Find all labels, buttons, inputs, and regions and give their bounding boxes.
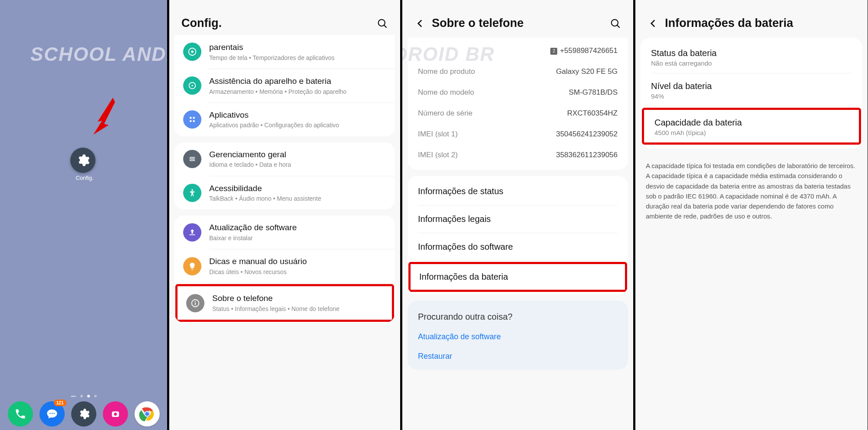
settings-item-software-update[interactable]: Atualização de softwareBaixar e instalar xyxy=(174,215,395,249)
item-title: Atualização de software xyxy=(209,222,386,233)
search-icon[interactable] xyxy=(377,18,388,29)
settings-app-icon[interactable] xyxy=(70,148,95,173)
item-sub: Baixar e instalar xyxy=(209,234,386,242)
parental-icon xyxy=(183,43,201,61)
about-phone-screen: SCHOOL ANDROID BR Sobre o telefone 2+559… xyxy=(402,0,635,430)
info-label: Nome do modelo xyxy=(418,88,474,97)
svg-point-1 xyxy=(51,413,53,414)
item-title: Sobre o telefone xyxy=(212,293,383,304)
settings-item-apps[interactable]: AplicativosAplicativos padrão • Configur… xyxy=(174,103,395,136)
settings-item-device-care[interactable]: Assistência do aparelho e bateriaArmazen… xyxy=(174,69,395,103)
svg-point-9 xyxy=(378,19,385,26)
item-sub: 94% xyxy=(651,93,852,100)
battery-header: Informações da bateria xyxy=(635,0,868,38)
software-info-row[interactable]: Informações do software xyxy=(408,233,628,261)
info-row[interactable]: IMEI (slot 2)358362611239056 xyxy=(408,145,628,165)
battery-status-row[interactable]: Status da bateria Não está carregando xyxy=(641,40,862,73)
page-title: Sobre o telefone xyxy=(432,17,610,30)
chrome-app[interactable] xyxy=(135,401,160,427)
settings-item-parental[interactable]: parentaisTempo de tela • Temporizadores … xyxy=(174,35,395,69)
info-value: 350456241239052 xyxy=(556,130,618,139)
svg-rect-23 xyxy=(190,234,195,235)
page-indicator[interactable] xyxy=(0,395,167,397)
svg-point-17 xyxy=(190,120,192,122)
messages-app[interactable]: 121 xyxy=(39,401,65,427)
item-title: Acessibilidade xyxy=(209,183,386,194)
search-icon[interactable] xyxy=(610,18,621,29)
battery-description: A capacidade típica foi testada em condi… xyxy=(635,155,868,228)
item-title: Gerenciamento geral xyxy=(209,149,386,160)
item-title: Capacidade da bateria xyxy=(654,118,848,128)
svg-rect-21 xyxy=(190,160,195,161)
settings-item-accessibility[interactable]: AcessibilidadeTalkBack • Áudio mono • Me… xyxy=(174,176,395,210)
settings-dock-app[interactable] xyxy=(71,401,96,427)
svg-rect-19 xyxy=(190,157,195,158)
item-sub: Não está carregando xyxy=(651,60,852,67)
info-row[interactable]: Nome do modeloSM-G781B/DS xyxy=(408,82,628,103)
svg-point-2 xyxy=(53,413,55,414)
item-title: Dicas e manual do usuário xyxy=(209,256,386,267)
looking-for-heading: Procurando outra coisa? xyxy=(408,301,628,327)
item-sub: 4500 mAh (típica) xyxy=(654,129,848,136)
item-title: Nível da bateria xyxy=(651,81,852,91)
info-value: 358362611239056 xyxy=(556,151,618,159)
item-title: Assistência do aparelho e bateria xyxy=(209,76,386,87)
battery-info-row[interactable]: Informações da bateria xyxy=(408,262,627,292)
item-sub: Status • Informações legais • Nome do te… xyxy=(212,305,383,313)
settings-app-label: Config. xyxy=(0,175,169,181)
info-value: SM-G781B/DS xyxy=(569,88,618,97)
info-row[interactable]: Nome do produtoGalaxy S20 FE 5G xyxy=(408,61,628,82)
info-row[interactable]: Número de sérieRXCT60354HZ xyxy=(408,103,628,124)
item-sub: Tempo de tela • Temporizadores de aplica… xyxy=(209,54,386,62)
item-sub: Idioma e teclado • Data e hora xyxy=(209,161,386,169)
status-info-row[interactable]: Informações de status xyxy=(408,178,628,205)
svg-point-18 xyxy=(193,120,195,122)
tips-icon xyxy=(183,257,201,275)
info-row[interactable]: IMEI (slot 1)350456241239052 xyxy=(408,124,628,145)
settings-screen: Config. parentaisTempo de tela • Tempori… xyxy=(169,0,402,430)
settings-item-about-phone[interactable]: Sobre o telefoneStatus • Informações leg… xyxy=(175,284,394,322)
item-title: Status da bateria xyxy=(651,48,852,58)
info-label: IMEI (slot 2) xyxy=(418,151,458,159)
back-icon[interactable] xyxy=(648,18,659,29)
svg-rect-25 xyxy=(195,302,196,305)
item-sub: Aplicativos padrão • Configurações do ap… xyxy=(209,121,386,129)
settings-item-tips[interactable]: Dicas e manual do usuárioDicas úteis • N… xyxy=(174,249,395,283)
back-icon[interactable] xyxy=(414,18,426,29)
item-sub: Armazenamento • Memória • Proteção do ap… xyxy=(209,88,386,96)
camera-app[interactable] xyxy=(103,401,128,427)
settings-item-general[interactable]: Gerenciamento geralIdioma e teclado • Da… xyxy=(174,142,395,176)
page-title: Config. xyxy=(181,17,377,30)
apps-icon xyxy=(183,110,201,129)
svg-point-8 xyxy=(145,412,149,417)
chat-icon xyxy=(46,408,58,420)
legal-info-row[interactable]: Informações legais xyxy=(408,205,628,233)
phone-number-row[interactable]: 2+5598987426651 xyxy=(408,40,628,61)
watermark-text: SCHOOL ANDROID BR xyxy=(30,43,169,65)
phone-icon xyxy=(14,408,26,420)
device-care-icon xyxy=(183,76,201,95)
battery-capacity-row[interactable]: Capacidade da bateria 4500 mAh (típica) xyxy=(642,108,861,145)
phone-app[interactable] xyxy=(8,401,33,427)
gear-icon xyxy=(76,153,90,167)
item-title: parentais xyxy=(209,42,386,53)
svg-point-26 xyxy=(195,301,196,301)
link-restore[interactable]: Restaurar xyxy=(408,347,628,370)
item-title: Aplicativos xyxy=(209,110,386,121)
page-title: Informações da bateria xyxy=(665,17,855,30)
link-software-update[interactable]: Atualização de software xyxy=(408,327,628,347)
messages-badge: 121 xyxy=(54,400,66,406)
svg-line-10 xyxy=(384,25,387,28)
red-arrow xyxy=(91,96,117,137)
item-sub: TalkBack • Áudio mono • Menu assistente xyxy=(209,195,386,202)
home-screen: SCHOOL ANDROID BR Config. 121 xyxy=(0,0,169,430)
camera-icon xyxy=(109,408,122,420)
battery-level-row[interactable]: Nível da bateria 94% xyxy=(641,73,862,106)
chrome-icon xyxy=(138,405,156,423)
gear-icon xyxy=(78,408,90,420)
svg-point-27 xyxy=(612,19,618,26)
svg-point-0 xyxy=(49,413,50,414)
info-label: Número de série xyxy=(418,109,473,118)
accessibility-icon xyxy=(183,184,201,202)
svg-point-22 xyxy=(191,189,193,191)
